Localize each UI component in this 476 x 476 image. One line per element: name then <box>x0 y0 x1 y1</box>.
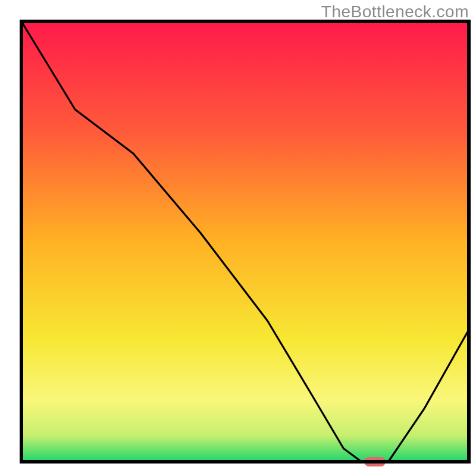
bottleneck-chart <box>0 0 476 476</box>
gradient-background <box>21 21 469 462</box>
chart-container: TheBottleneck.com <box>0 0 476 476</box>
plot-area <box>21 21 469 466</box>
watermark-text: TheBottleneck.com <box>321 2 469 21</box>
